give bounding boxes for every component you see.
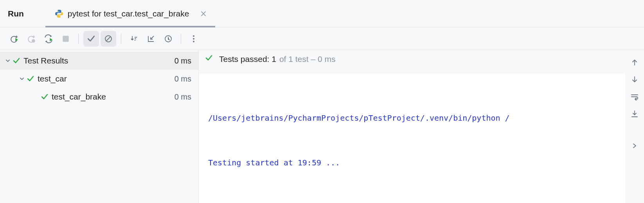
tree-time: 0 ms [174,92,198,102]
check-icon [41,93,49,101]
chevron-down-icon[interactable] [3,58,13,63]
tree-time: 0 ms [174,56,198,65]
test-tree-panel: Test Results 0 ms test_car 0 ms test_car… [0,50,199,203]
rerun-button[interactable] [6,31,22,47]
separator [78,34,79,44]
chevron-down-icon[interactable] [17,76,27,82]
rerun-failed-button[interactable] [23,31,39,47]
tab-label: pytest for test_car.test_car_brake [68,9,189,18]
check-icon [13,57,20,65]
tree-item[interactable]: test_car 0 ms [0,70,198,88]
toggle-auto-test-button[interactable] [41,31,56,47]
tree-label: Test Results [23,56,174,65]
main-area: Test Results 0 ms test_car 0 ms test_car… [0,50,644,203]
status-detail: of 1 test – 0 ms [279,54,336,64]
svg-rect-1 [63,36,68,42]
svg-point-5 [193,38,194,40]
show-ignored-button[interactable] [101,31,116,47]
more-button[interactable] [186,31,201,47]
run-header: Run pytest for test_car.test_car_brake [0,0,644,27]
scroll-to-end-icon[interactable] [630,110,639,118]
console-line[interactable]: /Users/jetbrains/PycharmProjects/pTestPr… [208,111,622,125]
svg-point-0 [32,39,35,43]
run-tab[interactable]: pytest for test_car.test_car_brake [51,0,210,27]
console-output[interactable]: /Users/jetbrains/PycharmProjects/pTestPr… [199,74,625,203]
status-line: Tests passed: 1 of 1 test – 0 ms [199,50,625,68]
toolbar [0,27,644,50]
history-button[interactable] [160,31,176,47]
soft-wrap-icon[interactable] [630,92,639,101]
tree-label: test_car [38,74,174,83]
console-gutter [625,50,644,203]
separator [181,34,181,44]
scroll-down-icon[interactable] [630,75,639,84]
console-panel: Tests passed: 1 of 1 test – 0 ms /Users/… [199,50,625,203]
svg-point-6 [193,41,194,42]
close-tab-icon[interactable] [201,11,206,16]
separator [121,34,121,44]
chevron-right-icon[interactable] [631,143,638,149]
svg-point-4 [193,35,194,37]
panel-title: Run [8,9,24,18]
sort-button[interactable] [126,31,142,47]
tree-root[interactable]: Test Results 0 ms [0,52,198,70]
show-passed-button[interactable] [83,31,99,47]
check-icon [27,75,34,83]
tree-item[interactable]: test_car_brake 0 ms [0,88,198,106]
stop-button[interactable] [58,31,74,47]
status-passed: Tests passed: 1 [219,54,276,64]
console-line: Launching pytest with arguments test_car… [208,200,622,203]
check-icon [205,54,213,62]
tree-time: 0 ms [174,74,198,83]
import-button[interactable] [143,31,159,47]
python-icon [54,9,64,18]
console-line: Testing started at 19:59 ... [208,155,622,170]
tree-label: test_car_brake [52,92,174,102]
scroll-up-icon[interactable] [630,58,639,67]
